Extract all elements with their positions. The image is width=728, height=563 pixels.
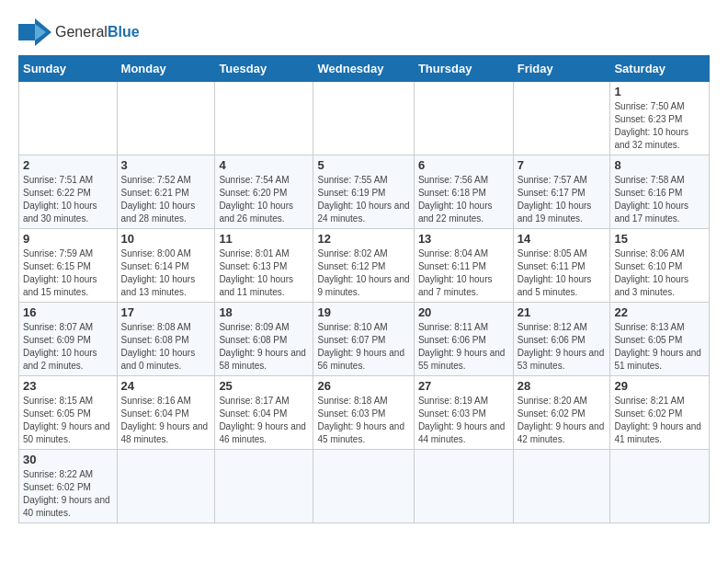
day-info: Sunrise: 8:01 AM Sunset: 6:13 PM Dayligh… [219,247,309,299]
day-info: Sunrise: 8:08 AM Sunset: 6:08 PM Dayligh… [121,321,211,373]
day-info: Sunrise: 7:55 AM Sunset: 6:19 PM Dayligh… [317,174,409,225]
calendar-cell: 23Sunrise: 8:15 AM Sunset: 6:05 PM Dayli… [19,376,118,450]
calendar-cell: 30Sunrise: 8:22 AM Sunset: 6:02 PM Dayli… [19,450,118,523]
day-info: Sunrise: 8:05 AM Sunset: 6:11 PM Dayligh… [518,247,607,299]
calendar-cell: 27Sunrise: 8:19 AM Sunset: 6:03 PM Dayli… [414,376,513,450]
svg-rect-0 [18,24,35,40]
day-info: Sunrise: 8:09 AM Sunset: 6:08 PM Dayligh… [219,321,309,373]
calendar-week-3: 16Sunrise: 8:07 AM Sunset: 6:09 PM Dayli… [19,303,710,376]
calendar-cell: 4Sunrise: 7:54 AM Sunset: 6:20 PM Daylig… [215,155,313,229]
calendar-cell: 24Sunrise: 8:16 AM Sunset: 6:04 PM Dayli… [117,376,215,450]
calendar-cell: 2Sunrise: 7:51 AM Sunset: 6:22 PM Daylig… [19,155,118,229]
day-info: Sunrise: 8:04 AM Sunset: 6:11 PM Dayligh… [418,247,509,299]
calendar-cell: 16Sunrise: 8:07 AM Sunset: 6:09 PM Dayli… [19,303,118,376]
day-info: Sunrise: 7:50 AM Sunset: 6:23 PM Dayligh… [614,100,705,152]
calendar-cell [117,82,215,155]
day-number: 26 [317,379,409,393]
day-number: 2 [23,158,113,172]
calendar-cell: 11Sunrise: 8:01 AM Sunset: 6:13 PM Dayli… [215,229,313,303]
calendar-cell [313,450,414,523]
day-info: Sunrise: 7:54 AM Sunset: 6:20 PM Dayligh… [219,174,309,225]
day-info: Sunrise: 7:59 AM Sunset: 6:15 PM Dayligh… [23,247,113,299]
calendar-cell [215,450,313,523]
calendar-cell: 25Sunrise: 8:17 AM Sunset: 6:04 PM Dayli… [215,376,313,450]
calendar-week-5: 30Sunrise: 8:22 AM Sunset: 6:02 PM Dayli… [19,450,710,523]
logo-icon [18,18,51,46]
day-info: Sunrise: 8:06 AM Sunset: 6:10 PM Dayligh… [614,247,705,299]
day-info: Sunrise: 8:20 AM Sunset: 6:02 PM Dayligh… [518,395,607,446]
day-number: 27 [418,379,509,393]
calendar-cell: 10Sunrise: 8:00 AM Sunset: 6:14 PM Dayli… [117,229,215,303]
calendar-cell: 22Sunrise: 8:13 AM Sunset: 6:05 PM Dayli… [610,303,710,376]
day-number: 12 [317,232,409,246]
calendar-cell: 5Sunrise: 7:55 AM Sunset: 6:19 PM Daylig… [313,155,414,229]
calendar-week-1: 2Sunrise: 7:51 AM Sunset: 6:22 PM Daylig… [19,155,710,229]
calendar-cell: 6Sunrise: 7:56 AM Sunset: 6:18 PM Daylig… [414,155,513,229]
day-number: 21 [518,305,607,319]
day-info: Sunrise: 8:18 AM Sunset: 6:03 PM Dayligh… [317,395,409,446]
calendar-cell [513,450,610,523]
day-number: 17 [121,305,211,319]
day-info: Sunrise: 7:58 AM Sunset: 6:16 PM Dayligh… [614,174,705,225]
day-info: Sunrise: 8:11 AM Sunset: 6:06 PM Dayligh… [418,321,509,373]
day-info: Sunrise: 8:02 AM Sunset: 6:12 PM Dayligh… [317,247,409,299]
calendar-header-row: SundayMondayTuesdayWednesdayThursdayFrid… [19,56,710,82]
day-number: 29 [614,379,705,393]
calendar-week-0: 1Sunrise: 7:50 AM Sunset: 6:23 PM Daylig… [19,82,710,155]
day-number: 11 [219,232,309,246]
calendar-cell [19,82,118,155]
day-number: 22 [614,305,705,319]
calendar-cell [414,82,513,155]
calendar-cell: 18Sunrise: 8:09 AM Sunset: 6:08 PM Dayli… [215,303,313,376]
calendar-cell: 14Sunrise: 8:05 AM Sunset: 6:11 PM Dayli… [513,229,610,303]
calendar-cell: 3Sunrise: 7:52 AM Sunset: 6:21 PM Daylig… [117,155,215,229]
day-info: Sunrise: 8:16 AM Sunset: 6:04 PM Dayligh… [121,395,211,446]
day-info: Sunrise: 8:15 AM Sunset: 6:05 PM Dayligh… [23,395,113,446]
calendar-cell: 7Sunrise: 7:57 AM Sunset: 6:17 PM Daylig… [513,155,610,229]
day-info: Sunrise: 8:12 AM Sunset: 6:06 PM Dayligh… [518,321,607,373]
calendar-cell: 15Sunrise: 8:06 AM Sunset: 6:10 PM Dayli… [610,229,710,303]
day-number: 25 [219,379,309,393]
calendar-header-tuesday: Tuesday [215,56,313,82]
day-info: Sunrise: 8:13 AM Sunset: 6:05 PM Dayligh… [614,321,705,373]
day-number: 8 [614,158,705,172]
calendar-cell: 26Sunrise: 8:18 AM Sunset: 6:03 PM Dayli… [313,376,414,450]
calendar-cell [117,450,215,523]
calendar-cell [610,450,710,523]
day-number: 23 [23,379,113,393]
calendar-header-wednesday: Wednesday [313,56,414,82]
calendar-header-saturday: Saturday [610,56,710,82]
day-number: 20 [418,305,509,319]
day-number: 9 [23,232,113,246]
day-number: 7 [518,158,607,172]
calendar-cell [215,82,313,155]
logo-text: GeneralBlue [55,24,140,40]
calendar-cell: 21Sunrise: 8:12 AM Sunset: 6:06 PM Dayli… [513,303,610,376]
calendar-week-4: 23Sunrise: 8:15 AM Sunset: 6:05 PM Dayli… [19,376,710,450]
day-number: 3 [121,158,211,172]
day-number: 10 [121,232,211,246]
calendar-cell: 1Sunrise: 7:50 AM Sunset: 6:23 PM Daylig… [610,82,710,155]
calendar-cell: 28Sunrise: 8:20 AM Sunset: 6:02 PM Dayli… [513,376,610,450]
day-info: Sunrise: 8:22 AM Sunset: 6:02 PM Dayligh… [23,468,113,520]
day-info: Sunrise: 8:17 AM Sunset: 6:04 PM Dayligh… [219,395,309,446]
day-info: Sunrise: 8:00 AM Sunset: 6:14 PM Dayligh… [121,247,211,299]
calendar-cell: 19Sunrise: 8:10 AM Sunset: 6:07 PM Dayli… [313,303,414,376]
calendar-cell: 8Sunrise: 7:58 AM Sunset: 6:16 PM Daylig… [610,155,710,229]
day-number: 1 [614,85,705,98]
calendar-cell [313,82,414,155]
day-info: Sunrise: 7:51 AM Sunset: 6:22 PM Dayligh… [23,174,113,225]
day-number: 16 [23,305,113,319]
day-number: 4 [219,158,309,172]
calendar: SundayMondayTuesdayWednesdayThursdayFrid… [18,55,710,523]
day-info: Sunrise: 8:21 AM Sunset: 6:02 PM Dayligh… [614,395,705,446]
header: GeneralBlue [18,18,710,46]
day-info: Sunrise: 8:19 AM Sunset: 6:03 PM Dayligh… [418,395,509,446]
calendar-cell: 9Sunrise: 7:59 AM Sunset: 6:15 PM Daylig… [19,229,118,303]
calendar-cell [513,82,610,155]
calendar-cell: 13Sunrise: 8:04 AM Sunset: 6:11 PM Dayli… [414,229,513,303]
day-info: Sunrise: 8:07 AM Sunset: 6:09 PM Dayligh… [23,321,113,373]
calendar-header-friday: Friday [513,56,610,82]
day-number: 30 [23,453,113,466]
calendar-header-thursday: Thursday [414,56,513,82]
